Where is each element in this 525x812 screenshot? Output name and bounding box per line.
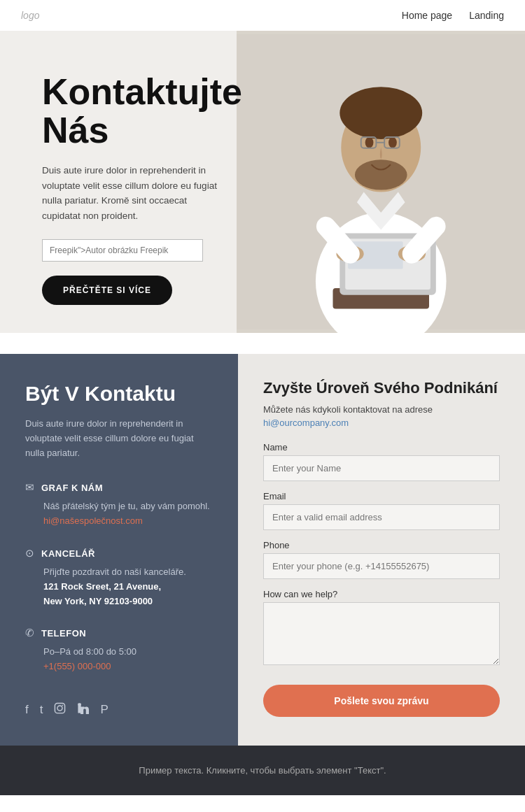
contact-item-office: ⊙ KANCELÁŘ Přijďte pozdravit do naší kan…	[25, 547, 213, 608]
contact-right-email[interactable]: hi@ourcompany.com	[263, 418, 500, 428]
contact-right-sub: Můžete nás kdykoli kontaktovat na adrese	[263, 404, 500, 415]
form-message-group: How can we help?	[263, 589, 500, 668]
svg-rect-16	[55, 703, 65, 713]
contact-office-body: Přijďte pozdravit do naší kanceláře. 121…	[25, 565, 213, 608]
location-icon: ⊙	[25, 547, 34, 560]
contact-left-panel: Být V Kontaktu Duis aute irure dolor in …	[0, 354, 238, 746]
facebook-icon[interactable]: f	[25, 703, 29, 717]
contact-phone-header: ✆ TELEFON	[25, 627, 213, 639]
contact-office-header: ⊙ KANCELÁŘ	[25, 547, 213, 560]
hero-section: Kontaktujte Nás Duis aute irure dolor in…	[0, 31, 525, 333]
form-name-input[interactable]	[263, 455, 500, 481]
phone-icon: ✆	[25, 627, 34, 639]
contact-item-phone: ✆ TELEFON Po–Pá od 8:00 do 5:00 +1(555) …	[25, 627, 213, 674]
form-email-label: Email	[263, 491, 500, 501]
linkedin-icon[interactable]	[77, 702, 89, 718]
contact-email-title: GRAF K NÁM	[41, 483, 103, 493]
contact-email-link[interactable]: hi@našespolečnost.com	[43, 515, 143, 526]
contact-phone-title: TELEFON	[41, 628, 86, 639]
hero-input-wrapper	[42, 239, 268, 262]
contact-phone-body: Po–Pá od 8:00 do 5:00 +1(555) 000-000	[25, 645, 213, 674]
hero-input[interactable]	[42, 239, 203, 262]
contact-left-description: Duis aute irure dolor in reprehenderit i…	[25, 417, 213, 460]
footer-text: Пример текста. Кликните, чтобы выбрать э…	[139, 765, 386, 776]
contact-left-title: Být V Kontaktu	[25, 382, 213, 406]
hero-description: Duis aute irure dolor in reprehenderit i…	[42, 163, 224, 223]
svg-point-17	[57, 706, 62, 711]
contact-email-body: Náš přátelský tým je tu, aby vám pomohl.…	[25, 499, 213, 529]
form-name-label: Name	[263, 442, 500, 453]
svg-point-5	[388, 137, 397, 148]
nav-landing[interactable]: Landing	[469, 10, 504, 21]
form-name-group: Name	[263, 442, 500, 481]
pinterest-icon[interactable]: P	[100, 703, 108, 717]
instagram-icon[interactable]	[54, 702, 66, 718]
nav-home[interactable]: Home page	[402, 10, 452, 21]
svg-point-4	[365, 137, 373, 148]
contact-office-title: KANCELÁŘ	[41, 548, 95, 559]
form-email-group: Email	[263, 491, 500, 530]
form-message-textarea[interactable]	[263, 602, 500, 665]
svg-point-3	[340, 87, 422, 139]
form-phone-input[interactable]	[263, 553, 500, 579]
contact-right-title: Zvyšte Úroveň Svého Podnikání	[263, 379, 500, 397]
contact-address-line2: New York, NY 92103-9000	[43, 596, 153, 606]
navbar: logo Home page Landing	[0, 0, 525, 31]
contact-phone-link[interactable]: +1(555) 000-000	[43, 661, 111, 671]
contact-address-line1: 121 Rock Sreet, 21 Avenue,	[43, 581, 161, 592]
svg-point-18	[62, 705, 64, 706]
form-email-input[interactable]	[263, 504, 500, 530]
spacer	[0, 333, 525, 354]
form-phone-label: Phone	[263, 540, 500, 550]
social-icons: f t P	[25, 702, 213, 718]
svg-point-9	[354, 159, 407, 190]
contact-section: Být V Kontaktu Duis aute irure dolor in …	[0, 354, 525, 746]
contact-right-panel: Zvyšte Úroveň Svého Podnikání Můžete nás…	[238, 354, 525, 746]
hero-cta-button[interactable]: PŘEČTĚTE SI VÍCE	[42, 276, 172, 305]
hero-title: Kontaktujte Nás	[42, 73, 268, 149]
nav-links: Home page Landing	[402, 10, 504, 21]
hero-content: Kontaktujte Nás Duis aute irure dolor in…	[0, 31, 289, 333]
contact-item-email: ✉ GRAF K NÁM Náš přátelský tým je tu, ab…	[25, 481, 213, 529]
svg-point-20	[78, 703, 81, 706]
email-icon: ✉	[25, 481, 34, 494]
footer: Пример текста. Кликните, чтобы выбрать э…	[0, 746, 525, 795]
form-submit-button[interactable]: Pošlete svou zprávu	[263, 685, 500, 717]
logo: logo	[21, 10, 39, 21]
contact-email-header: ✉ GRAF K NÁM	[25, 481, 213, 494]
twitter-icon[interactable]: t	[40, 703, 43, 717]
form-message-label: How can we help?	[263, 589, 500, 599]
form-phone-group: Phone	[263, 540, 500, 579]
